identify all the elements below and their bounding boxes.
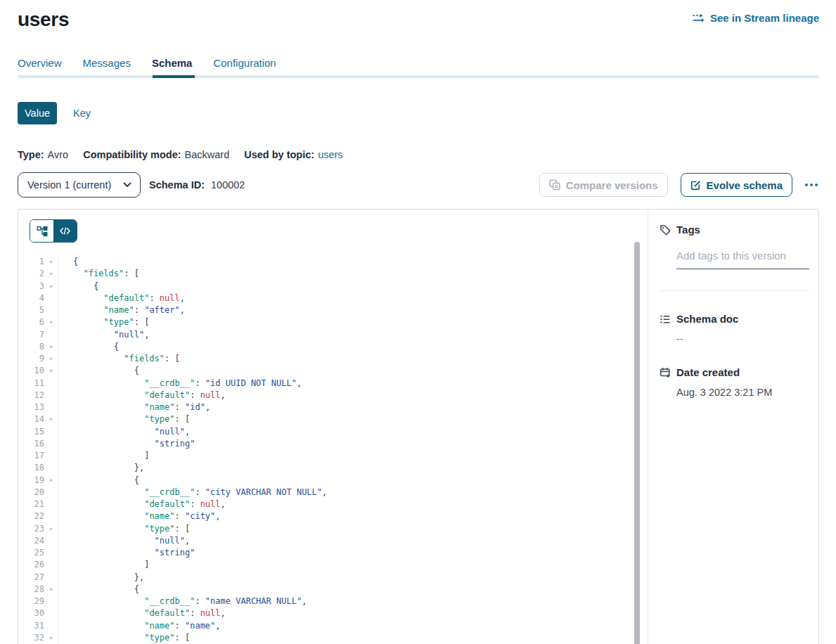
schema-panel: 1▾{2▾ "fields": [3▾ {4 "default": null,5…: [18, 209, 819, 644]
code-line: 9▾ "fields": [: [18, 353, 648, 365]
version-select[interactable]: Version 1 (current): [18, 172, 141, 198]
tags-input[interactable]: [676, 250, 809, 269]
tab-messages[interactable]: Messages: [83, 57, 131, 75]
line-number: 5: [18, 304, 44, 316]
gutter: 32▾: [18, 632, 58, 644]
gutter: 13: [18, 401, 58, 413]
compare-versions-button[interactable]: Compare versions: [539, 173, 668, 197]
code-text: "__crdb__": "id UUID NOT NULL",: [58, 378, 302, 389]
tree-view-button[interactable]: [30, 220, 53, 242]
code-text: "default": null,: [58, 498, 226, 510]
fold-spacer: [44, 292, 58, 304]
fold-arrow-icon[interactable]: ▾: [44, 632, 58, 644]
gutter: 18: [18, 462, 58, 474]
value-tab-button[interactable]: Value: [18, 102, 57, 124]
fold-arrow-icon[interactable]: ▾: [44, 523, 58, 535]
code-view-button[interactable]: [53, 220, 77, 242]
code-line: 27 },: [18, 572, 648, 584]
fold-arrow-icon[interactable]: ▾: [44, 268, 58, 280]
editor-scrollbar[interactable]: [634, 242, 640, 644]
line-number: 28: [18, 584, 44, 595]
schema-code-editor[interactable]: 1▾{2▾ "fields": [3▾ {4 "default": null,5…: [18, 210, 648, 644]
code-line: 2▾ "fields": [: [18, 268, 648, 280]
code-line: 8▾ {: [18, 341, 648, 353]
code-text: {: [58, 341, 119, 353]
code-text: },: [58, 572, 144, 584]
tags-title: Tags: [676, 224, 700, 236]
code-line: 18 },: [18, 462, 648, 474]
code-text: "fields": [: [58, 268, 139, 280]
meta-value: Backward: [185, 149, 230, 160]
key-tab-button[interactable]: Key: [73, 108, 91, 119]
code-line: 26 ]: [18, 559, 648, 571]
code-text: "name": "city",: [58, 510, 221, 522]
fold-spacer: [44, 498, 58, 510]
line-number: 30: [18, 607, 44, 619]
fold-spacer: [44, 487, 58, 498]
date-created-value: Aug. 3 2022 3:21 PM: [676, 387, 809, 398]
fold-spacer: [44, 426, 58, 438]
code-line: 16 "string": [18, 438, 648, 450]
value-key-toggle: Value Key: [18, 102, 836, 124]
fold-arrow-icon[interactable]: ▾: [44, 475, 58, 487]
line-number: 25: [18, 547, 44, 559]
tab-configuration[interactable]: Configuration: [213, 57, 276, 75]
code-line: 28▾ {: [18, 584, 648, 595]
code-text: "default": null,: [58, 389, 226, 401]
tree-icon: [37, 226, 48, 237]
gutter: 23▾: [18, 523, 58, 535]
stream-lineage-link[interactable]: See in Stream lineage: [693, 12, 819, 24]
line-number: 15: [18, 426, 44, 438]
code-line: 32▾ "type": [: [18, 632, 648, 644]
fold-arrow-icon[interactable]: ▾: [44, 256, 58, 268]
line-number: 27: [18, 572, 44, 584]
code-line: 20 "__crdb__": "city VARCHAR NOT NULL",: [18, 487, 648, 498]
code-line: 25 "string": [18, 547, 648, 559]
code-text: "type": [: [58, 316, 149, 328]
evolve-schema-button[interactable]: Evolve schema: [681, 173, 792, 197]
fold-arrow-icon[interactable]: ▾: [44, 413, 58, 425]
code-line: 23▾ "type": [: [18, 523, 648, 535]
active-tab-indicator: [153, 75, 195, 78]
code-text: {: [58, 281, 98, 292]
meta-item: Compatibility mode:Backward: [83, 149, 229, 160]
fold-spacer: [44, 620, 58, 632]
edit-icon: [690, 180, 701, 191]
schema-sidebar: Tags Schema doc --: [648, 210, 818, 644]
code-text: "name": "after",: [58, 304, 185, 316]
fold-spacer: [44, 595, 58, 607]
code-text: {: [58, 365, 139, 377]
fold-arrow-icon[interactable]: ▾: [44, 353, 58, 365]
fold-arrow-icon[interactable]: ▾: [44, 584, 58, 595]
fold-arrow-icon[interactable]: ▾: [44, 281, 58, 292]
fold-arrow-icon[interactable]: ▾: [44, 365, 58, 377]
gutter: 1▾: [18, 256, 58, 268]
line-number: 4: [18, 292, 44, 304]
gutter: 9▾: [18, 353, 58, 365]
code-text: {: [58, 475, 139, 487]
gutter: 14▾: [18, 413, 58, 425]
code-text: ]: [58, 450, 149, 462]
tab-bar: OverviewMessagesSchemaConfiguration: [0, 57, 836, 75]
fold-arrow-icon[interactable]: ▾: [44, 341, 58, 353]
code-text: },: [58, 462, 144, 474]
code-text: "string": [58, 438, 195, 450]
code-text: {: [58, 584, 139, 595]
code-text: "null",: [58, 426, 190, 438]
code-line: 17 ]: [18, 450, 648, 462]
meta-value-link[interactable]: users: [318, 149, 342, 160]
more-actions-button[interactable]: [804, 181, 819, 189]
fold-spacer: [44, 607, 58, 619]
schema-doc-header: Schema doc: [660, 313, 809, 325]
code-text: "default": null,: [58, 292, 185, 304]
code-line: 11 "__crdb__": "id UUID NOT NULL",: [18, 378, 648, 389]
fold-arrow-icon[interactable]: ▾: [44, 316, 58, 328]
fold-spacer: [44, 304, 58, 316]
tab-schema[interactable]: Schema: [152, 57, 193, 75]
code-line: 31 "name": "name",: [18, 620, 648, 632]
code-line: 5 "name": "after",: [18, 304, 648, 316]
gutter: 27: [18, 572, 58, 584]
fold-spacer: [44, 378, 58, 389]
tab-overview[interactable]: Overview: [18, 57, 62, 75]
code-text: "null",: [58, 329, 149, 341]
